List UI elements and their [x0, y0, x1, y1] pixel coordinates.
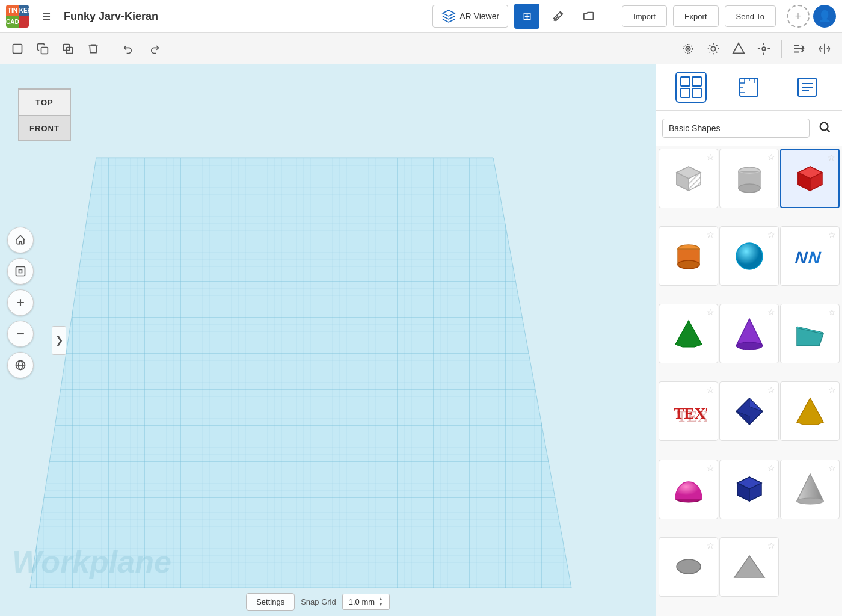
- shape-green-pyramid[interactable]: ☆: [659, 304, 718, 363]
- delete-button[interactable]: [82, 37, 105, 60]
- pink-dome-img: [668, 469, 709, 510]
- svg-point-59: [677, 559, 701, 574]
- shape-misc1[interactable]: ☆: [659, 537, 718, 597]
- tab-shapes[interactable]: [675, 72, 707, 103]
- shape-dark-blue-cube[interactable]: ☆: [719, 460, 779, 519]
- star-green-pyramid[interactable]: ☆: [707, 307, 714, 317]
- star-blue-sphere[interactable]: ☆: [767, 230, 775, 239]
- tool-button[interactable]: [545, 4, 571, 29]
- project-title[interactable]: Funky Jarv-Kieran: [64, 10, 242, 23]
- star-orange-cylinder[interactable]: ☆: [707, 230, 714, 239]
- shape-yellow-pyramid[interactable]: ☆: [780, 381, 840, 441]
- send-to-button[interactable]: Send To: [725, 5, 776, 27]
- shape-pink-dome[interactable]: ☆: [659, 460, 718, 519]
- text-3d-img: N N: [790, 236, 831, 277]
- shape-blue-sphere[interactable]: ☆: [719, 226, 779, 286]
- add-user-button[interactable]: +: [787, 5, 810, 28]
- undo-icon: [123, 43, 135, 55]
- shape-category-select[interactable]: Basic Shapes Featured Text & Numbers Mat…: [662, 119, 810, 138]
- mirror-button[interactable]: [813, 37, 836, 60]
- shape-blue-gem[interactable]: ☆: [719, 381, 779, 441]
- shape-gray-cone[interactable]: ☆: [780, 460, 840, 519]
- import-button[interactable]: Import: [622, 5, 667, 27]
- group-button[interactable]: [752, 37, 775, 60]
- orientation-button[interactable]: [7, 352, 34, 378]
- ar-icon: [441, 9, 456, 23]
- teal-wedge-img: [790, 313, 831, 354]
- view-cube-top[interactable]: TOP: [18, 88, 71, 115]
- star-yellow-pyramid[interactable]: ☆: [828, 385, 836, 395]
- ar-viewer-button[interactable]: AR Viewer: [432, 5, 508, 28]
- camera-button[interactable]: [677, 37, 699, 60]
- star-purple-cone[interactable]: ☆: [767, 307, 775, 317]
- star-red-cube[interactable]: ☆: [828, 153, 835, 162]
- search-button[interactable]: [813, 117, 836, 140]
- svg-marker-42: [736, 319, 763, 346]
- svg-rect-0: [13, 44, 22, 53]
- shape-teal-wedge[interactable]: ☆: [780, 304, 840, 363]
- align-icon: [793, 42, 806, 55]
- search-icon: [818, 120, 831, 134]
- shape-gray-cylinder[interactable]: ☆: [719, 149, 779, 208]
- grid-view-button[interactable]: ⊞: [514, 4, 539, 29]
- shape-text-red[interactable]: ☆ TEXT TEXT: [659, 381, 718, 441]
- star-text-3d[interactable]: ☆: [828, 230, 836, 239]
- redo-button[interactable]: [143, 37, 165, 60]
- align-button[interactable]: [788, 37, 811, 60]
- snap-up-arrow[interactable]: ▲: [378, 597, 383, 602]
- new-button[interactable]: [6, 37, 29, 60]
- star-blue-gem[interactable]: ☆: [767, 385, 775, 395]
- hamburger-menu[interactable]: ☰: [35, 5, 58, 28]
- snap-down-arrow[interactable]: ▼: [378, 602, 383, 607]
- shape-purple-cone[interactable]: ☆: [719, 304, 779, 363]
- export-button[interactable]: Export: [673, 5, 719, 27]
- fit-view-button[interactable]: [7, 258, 34, 285]
- shape-tool-button[interactable]: [727, 37, 750, 60]
- star-striped-cube[interactable]: ☆: [707, 152, 714, 162]
- shape-misc2[interactable]: ☆: [719, 537, 779, 597]
- svg-point-9: [762, 47, 766, 51]
- red-cube-img: [790, 158, 831, 199]
- panel-collapse-button[interactable]: ❯: [52, 326, 66, 355]
- mirror-icon: [818, 42, 831, 55]
- svg-point-6: [687, 48, 689, 49]
- tab-notes[interactable]: [791, 72, 823, 103]
- plus-icon: [14, 297, 26, 309]
- zoom-out-button[interactable]: [7, 321, 34, 347]
- copy-button[interactable]: [31, 37, 54, 60]
- tab-rulers[interactable]: [733, 72, 764, 103]
- light-button[interactable]: [702, 37, 725, 60]
- minus-icon: [14, 328, 26, 340]
- new-icon: [11, 43, 23, 55]
- workplane-grid: [0, 64, 656, 616]
- tinkercad-logo[interactable]: TIN KER CAD: [6, 5, 29, 28]
- view-cube[interactable]: TOP FRONT: [18, 88, 72, 143]
- view-cube-front[interactable]: FRONT: [18, 115, 71, 141]
- user-avatar[interactable]: 👤: [813, 5, 836, 28]
- shape-red-cube[interactable]: ☆: [780, 149, 840, 208]
- star-misc1[interactable]: ☆: [707, 541, 714, 550]
- home-icon: [14, 234, 26, 246]
- undo-button[interactable]: [117, 37, 140, 60]
- star-gray-cylinder[interactable]: ☆: [767, 152, 775, 162]
- star-misc2[interactable]: ☆: [767, 541, 775, 550]
- shape-text-3d[interactable]: ☆ N N: [780, 226, 840, 286]
- star-dark-blue-cube[interactable]: ☆: [767, 463, 775, 473]
- svg-marker-41: [675, 321, 702, 347]
- svg-point-7: [711, 46, 715, 51]
- folder-button[interactable]: [577, 4, 602, 29]
- star-text-red[interactable]: ☆: [707, 385, 714, 395]
- star-teal-wedge[interactable]: ☆: [828, 307, 836, 317]
- star-pink-dome[interactable]: ☆: [707, 463, 714, 473]
- shape-striped-cube[interactable]: ☆: [659, 149, 718, 208]
- viewport[interactable]: TOP FRONT: [0, 64, 656, 616]
- snap-spinner: ▲ ▼: [378, 597, 383, 607]
- home-view-button[interactable]: [7, 227, 34, 253]
- settings-button[interactable]: Settings: [246, 593, 295, 611]
- zoom-in-button[interactable]: [7, 289, 34, 316]
- snap-grid-value[interactable]: 1.0 mm ▲ ▼: [342, 594, 390, 610]
- duplicate-button[interactable]: [57, 37, 79, 60]
- light-icon: [707, 42, 720, 55]
- star-gray-cone[interactable]: ☆: [828, 463, 836, 473]
- shape-orange-cylinder[interactable]: ☆: [659, 226, 718, 286]
